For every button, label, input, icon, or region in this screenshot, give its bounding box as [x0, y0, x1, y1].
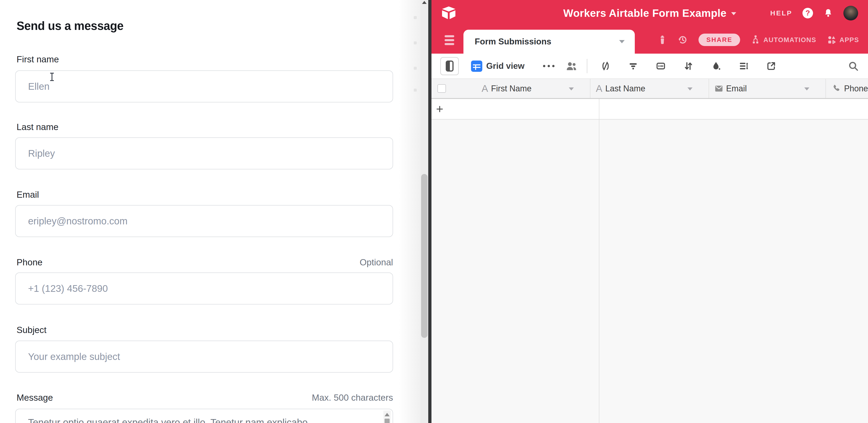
filter-icon[interactable]: [628, 61, 639, 71]
contact-form-pane: Send us a message First name Ellen Last …: [0, 0, 428, 423]
message-maxlength-hint: Max. 500 characters: [312, 393, 393, 403]
airtable-logo-icon[interactable]: [441, 6, 456, 20]
grid-empty-canvas: [431, 120, 868, 423]
notifications-bell-icon[interactable]: [823, 8, 833, 18]
toggle-sidebar-button[interactable]: [440, 57, 459, 75]
apps-button[interactable]: APPS: [827, 35, 859, 44]
collaborators-icon[interactable]: [565, 60, 578, 72]
panel-icon: [446, 61, 454, 71]
last-name-input[interactable]: Ripley: [15, 138, 393, 170]
first-name-placeholder: Ellen: [28, 81, 50, 92]
phone-label: Phone: [17, 257, 42, 267]
toolbar-divider: [587, 59, 587, 73]
phone-input[interactable]: +1 (123) 456-7890: [15, 272, 393, 304]
tab-form-submissions[interactable]: Form Submissions: [463, 30, 635, 54]
first-name-label-row: First name: [17, 54, 393, 64]
airtable-topbar: Workers Airtable Form Example HELP: [431, 0, 868, 26]
automations-button[interactable]: AUTOMATIONS: [751, 35, 816, 45]
first-name-label: First name: [17, 54, 59, 64]
question-circle-icon[interactable]: [802, 8, 813, 19]
grid-view-icon[interactable]: [471, 61, 482, 72]
help-button[interactable]: HELP: [770, 9, 792, 17]
subject-input[interactable]: Your example subject: [15, 341, 393, 372]
column-header-last-name[interactable]: Last Name: [590, 79, 709, 98]
sort-icon[interactable]: [683, 61, 694, 71]
window-divider[interactable]: [428, 0, 431, 423]
history-icon[interactable]: [677, 34, 688, 45]
column-header-email[interactable]: Email: [709, 79, 826, 98]
message-textarea[interactable]: Tenetur optio quaerat expedita vero et i…: [15, 409, 393, 423]
grid-header-row: First Name Last Name: [431, 79, 868, 99]
email-placeholder: eripley@nostromo.com: [28, 216, 127, 227]
email-label-row: Email: [17, 190, 393, 200]
phone-optional-hint: Optional: [360, 257, 393, 267]
table-tab-bar: Form Submissions: [431, 26, 868, 54]
message-label-row: Message Max. 500 characters: [17, 393, 393, 403]
screenshot-root: Send us a message First name Ellen Last …: [0, 0, 868, 423]
subject-label-row: Subject: [17, 325, 393, 335]
trash-icon[interactable]: [658, 35, 667, 44]
phone-placeholder: +1 (123) 456-7890: [28, 283, 108, 294]
add-row[interactable]: +: [431, 99, 868, 120]
splitter-dot: [414, 67, 417, 70]
splitter-dot: [414, 41, 417, 44]
frozen-column-divider: [599, 99, 599, 423]
phone-label-row: Phone Optional: [17, 257, 393, 267]
subject-label: Subject: [17, 325, 46, 335]
group-icon[interactable]: [655, 61, 666, 71]
chevron-down-icon[interactable]: [804, 87, 809, 90]
scroll-up-icon[interactable]: [422, 1, 427, 4]
phone-field-icon: [831, 84, 841, 93]
splitter-dot: [414, 16, 417, 19]
text-cursor-icon: [50, 73, 54, 81]
color-fill-icon[interactable]: [711, 61, 721, 71]
message-scrollbar-thumb[interactable]: [384, 419, 390, 423]
add-row-plus-icon[interactable]: +: [436, 103, 443, 115]
column-header-phone[interactable]: Phone: [826, 79, 868, 98]
hide-fields-icon[interactable]: [600, 61, 611, 71]
chevron-down-icon[interactable]: [731, 12, 736, 15]
last-name-label-row: Last name: [17, 122, 393, 132]
base-title: Workers Airtable Form Example: [563, 7, 726, 19]
first-name-input[interactable]: Ellen: [15, 70, 393, 102]
user-avatar[interactable]: [843, 6, 858, 21]
scroll-up-icon[interactable]: [384, 413, 390, 416]
view-name[interactable]: Grid view: [486, 61, 525, 71]
page-scrollbar[interactable]: [421, 0, 428, 423]
chevron-down-icon[interactable]: [687, 87, 692, 90]
email-label: Email: [17, 190, 39, 200]
message-scrollbar[interactable]: [383, 411, 391, 423]
open-view-icon[interactable]: [766, 61, 776, 71]
row-height-icon[interactable]: [738, 61, 749, 71]
message-text: Tenetur optio quaerat expedita vero et i…: [28, 417, 308, 423]
view-toolbar: Grid view: [431, 54, 868, 79]
chevron-down-icon[interactable]: [569, 87, 574, 90]
text-field-icon: [482, 84, 488, 93]
column-header-first-name[interactable]: First Name: [431, 79, 590, 98]
last-name-placeholder: Ripley: [28, 148, 55, 159]
hamburger-menu-icon[interactable]: [444, 35, 454, 47]
subject-placeholder: Your example subject: [28, 351, 120, 362]
view-options-ellipsis-icon[interactable]: [543, 65, 555, 67]
select-all-checkbox[interactable]: [437, 84, 446, 93]
message-label: Message: [17, 393, 53, 403]
form-title: Send us a message: [17, 19, 124, 33]
table-name: Form Submissions: [475, 37, 551, 47]
text-field-icon: [596, 84, 602, 93]
chevron-down-icon[interactable]: [619, 40, 625, 43]
airtable-pane: Workers Airtable Form Example HELP: [431, 0, 868, 423]
last-name-label: Last name: [17, 122, 58, 132]
search-icon[interactable]: [848, 61, 859, 71]
splitter-dot: [414, 89, 417, 92]
share-button[interactable]: SHARE: [699, 34, 740, 46]
pane-edge-shadow: [399, 0, 421, 423]
envelope-icon: [715, 85, 723, 92]
page-scrollbar-thumb[interactable]: [421, 174, 428, 338]
email-input[interactable]: eripley@nostromo.com: [15, 205, 393, 237]
